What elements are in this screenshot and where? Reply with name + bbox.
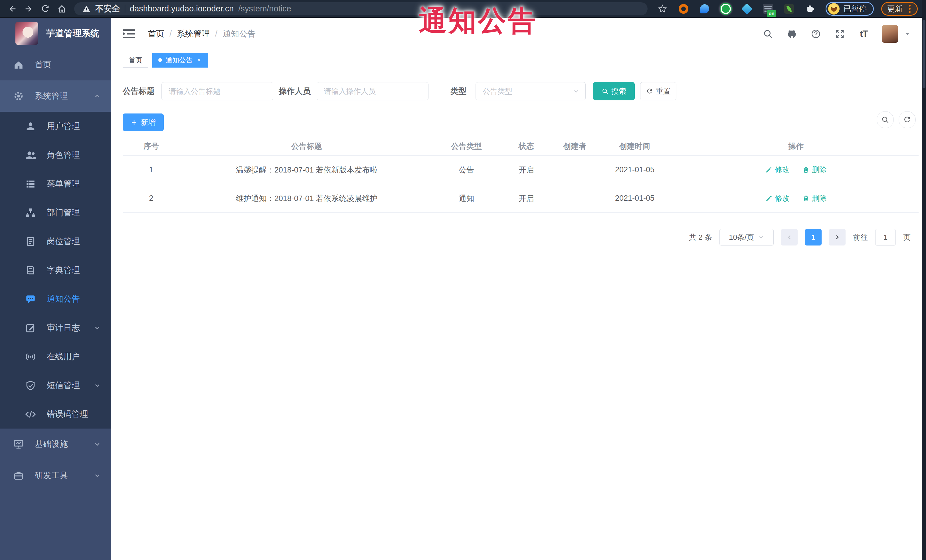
browser-scrollbar[interactable] xyxy=(922,0,926,560)
refresh-table-button[interactable] xyxy=(899,111,916,128)
toggle-search-button[interactable] xyxy=(877,111,894,128)
delete-link[interactable]: 删除 xyxy=(802,165,827,175)
refresh-icon xyxy=(646,88,653,95)
notice-table: 序号 公告标题 公告类型 状态 创建者 创建时间 操作 1 温馨提醒：2018-… xyxy=(123,137,918,213)
browser-profile-chip[interactable]: 已暂停 xyxy=(826,2,874,16)
col-header-creator: 创建者 xyxy=(554,141,596,151)
security-label: 不安全 xyxy=(95,3,120,15)
extension-blue-drop[interactable] xyxy=(698,3,711,15)
sidebar-item-menu-management[interactable]: 菜单管理 xyxy=(0,169,111,198)
chevron-down-icon xyxy=(94,324,101,332)
chevron-left-icon xyxy=(786,234,793,241)
col-header-status: 状态 xyxy=(499,141,554,151)
chevron-down-icon xyxy=(758,234,764,240)
extensions-puzzle-button[interactable] xyxy=(804,3,817,15)
pagination-total: 共 2 条 xyxy=(689,232,712,242)
main-area: 首页 / 系统管理 / 通知公告 tT xyxy=(111,18,922,560)
sidebar-item-post-management[interactable]: 岗位管理 xyxy=(0,227,111,256)
chevron-down-icon xyxy=(94,472,101,479)
header-user-menu[interactable] xyxy=(882,28,898,40)
app-title: 芋道管理系统 xyxy=(46,27,99,39)
goto-page-input[interactable] xyxy=(875,229,896,246)
sidebar-item-department-management[interactable]: 部门管理 xyxy=(0,198,111,227)
header-actions: tT xyxy=(762,28,911,40)
reset-button[interactable]: 重置 xyxy=(640,82,676,100)
sidebar-item-dictionary-management[interactable]: 字典管理 xyxy=(0,256,111,285)
drop-icon xyxy=(700,4,709,14)
url-host: dashboard.yudao.iocoder.cn xyxy=(130,4,234,14)
sidebar-item-error-code-management[interactable]: 错误码管理 xyxy=(0,400,111,429)
notice-type-select[interactable]: 公告类型 xyxy=(475,82,586,100)
browser-home-button[interactable] xyxy=(54,1,70,17)
extension-blue-gem[interactable] xyxy=(741,3,753,15)
breadcrumb-home[interactable]: 首页 xyxy=(148,28,164,40)
error-code-icon xyxy=(25,409,36,420)
browser-update-button[interactable]: 更新 xyxy=(881,2,918,16)
bookmark-star-button[interactable] xyxy=(656,3,669,15)
edit-link[interactable]: 修改 xyxy=(765,193,790,203)
sidebar-item-infrastructure[interactable]: 基础设施 xyxy=(0,429,111,460)
sidebar-item-dev-tools[interactable]: 研发工具 xyxy=(0,460,111,491)
header-fullscreen-button[interactable] xyxy=(834,28,846,40)
sidebar-item-audit-log[interactable]: 审计日志 xyxy=(0,313,111,342)
tab-home[interactable]: 首页 xyxy=(123,53,148,68)
audit-log-icon xyxy=(25,323,36,333)
header-search-button[interactable] xyxy=(762,28,774,40)
breadcrumb-system[interactable]: 系统管理 xyxy=(177,28,210,40)
notice-title-input[interactable] xyxy=(162,82,273,100)
header-github-button[interactable] xyxy=(786,28,797,40)
browser-forward-button[interactable] xyxy=(21,1,37,17)
omnibox-divider xyxy=(125,5,125,13)
delete-link[interactable]: 删除 xyxy=(802,193,827,203)
sidebar-logo-row: 芋道管理系统 xyxy=(0,18,111,49)
breadcrumb-separator: / xyxy=(169,29,172,38)
edit-pencil-icon xyxy=(765,166,773,174)
refresh-icon xyxy=(903,116,911,124)
header-font-size-button[interactable]: tT xyxy=(858,28,870,40)
tab-notice-announcement[interactable]: 通知公告 xyxy=(152,53,208,68)
search-icon xyxy=(602,88,608,95)
online-users-icon xyxy=(25,351,36,362)
url-bar[interactable]: 不安全 dashboard.yudao.iocoder.cn/system/no… xyxy=(74,2,648,15)
next-page-button[interactable] xyxy=(829,229,846,246)
sidebar-item-user-management[interactable]: 用户管理 xyxy=(0,112,111,140)
operator-input[interactable] xyxy=(317,82,428,100)
sidebar-item-notice-announcement[interactable]: 通知公告 xyxy=(0,285,111,313)
sidebar-item-role-management[interactable]: 角色管理 xyxy=(0,140,111,169)
badge-icon xyxy=(25,236,36,247)
forward-arrow-icon xyxy=(24,4,34,14)
user-icon xyxy=(25,121,36,132)
header-help-button[interactable] xyxy=(810,28,822,40)
add-button[interactable]: 新增 xyxy=(123,113,164,131)
sidebar-item-system-management[interactable]: 系统管理 xyxy=(0,80,111,112)
back-arrow-icon xyxy=(8,4,17,14)
font-size-icon: tT xyxy=(860,29,868,39)
table-row: 2 维护通知：2018-07-01 若依系统凌晨维护 通知 开启 2021-01… xyxy=(123,184,918,213)
profile-emoji-avatar xyxy=(828,3,840,15)
page-size-select[interactable]: 10条/页 xyxy=(719,229,774,246)
edit-link[interactable]: 修改 xyxy=(765,165,790,175)
sidebar-item-online-users[interactable]: 在线用户 xyxy=(0,342,111,371)
sidebar-toggle-hamburger-icon[interactable] xyxy=(123,28,135,40)
extension-green-leaf[interactable] xyxy=(783,3,795,15)
profile-status-label: 已暂停 xyxy=(844,4,867,14)
extension-green-circle[interactable] xyxy=(719,3,732,15)
scrollbar-thumb[interactable] xyxy=(923,20,925,88)
sidebar-item-sms-management[interactable]: 短信管理 xyxy=(0,371,111,400)
prev-page-button[interactable] xyxy=(781,229,797,246)
type-label: 类型 xyxy=(451,82,466,101)
extension-switch-on[interactable]: on xyxy=(762,3,774,15)
search-button[interactable]: 搜索 xyxy=(593,82,635,100)
browser-back-button[interactable] xyxy=(4,1,21,17)
green-circle-icon xyxy=(720,4,731,14)
extension-orange-donut[interactable] xyxy=(677,3,690,15)
browser-reload-button[interactable] xyxy=(37,1,54,17)
chevron-up-icon xyxy=(94,92,101,100)
tab-close-icon[interactable] xyxy=(196,57,202,63)
reload-icon xyxy=(41,4,50,14)
pagination: 共 2 条 10条/页 1 前往 页 xyxy=(689,228,911,246)
operator-label: 操作人员 xyxy=(279,82,311,101)
sidebar-item-home[interactable]: 首页 xyxy=(0,49,111,80)
col-header-type: 公告类型 xyxy=(434,141,499,151)
current-page-button[interactable]: 1 xyxy=(805,229,822,246)
